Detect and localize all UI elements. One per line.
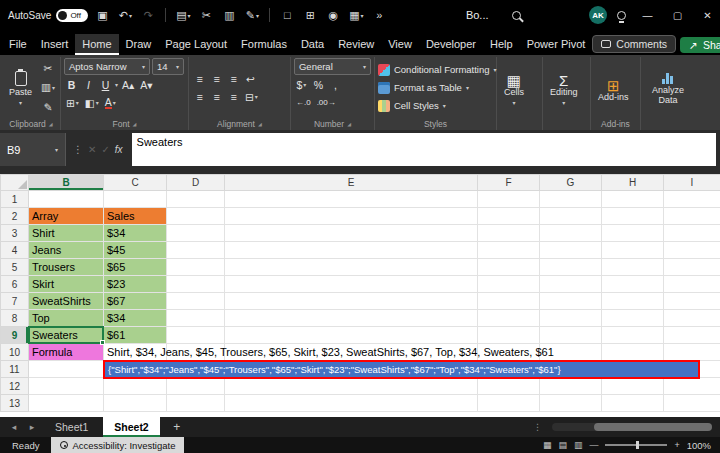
- cell[interactable]: [664, 208, 720, 225]
- cell[interactable]: [602, 208, 664, 225]
- cut-button[interactable]: ✂: [39, 59, 57, 76]
- percent-style-button[interactable]: %: [311, 76, 326, 93]
- sheet-nav-left-button[interactable]: ◂: [6, 422, 22, 432]
- camera-quick-button[interactable]: ◉: [324, 4, 342, 26]
- cell[interactable]: [478, 208, 540, 225]
- column-header-g[interactable]: G: [540, 175, 602, 191]
- cell[interactable]: [664, 225, 720, 242]
- cell[interactable]: [540, 259, 602, 276]
- cell[interactable]: [167, 293, 225, 310]
- cell[interactable]: [602, 310, 664, 327]
- cell-sales-header[interactable]: Sales: [104, 208, 167, 225]
- copy-quick-button[interactable]: ▥: [220, 4, 238, 26]
- bold-button[interactable]: B: [64, 76, 79, 93]
- cell-item-sales[interactable]: $23: [104, 276, 167, 293]
- normal-view-button[interactable]: ▦: [543, 440, 552, 450]
- enter-button[interactable]: ✓: [101, 144, 109, 155]
- formula-input[interactable]: Sweaters: [132, 133, 716, 166]
- formula-bar-drag-handle[interactable]: ⋮: [73, 144, 83, 155]
- row-header[interactable]: 2: [1, 208, 29, 225]
- cell[interactable]: [478, 378, 540, 395]
- cell[interactable]: [167, 242, 225, 259]
- cell[interactable]: [478, 293, 540, 310]
- cell[interactable]: [664, 344, 720, 361]
- cell[interactable]: [29, 378, 104, 395]
- cell[interactable]: [664, 395, 720, 412]
- cell[interactable]: [225, 378, 478, 395]
- increase-font-button[interactable]: A▴: [120, 76, 136, 93]
- cell-item-sales[interactable]: $45: [104, 242, 167, 259]
- cell[interactable]: [540, 276, 602, 293]
- cell[interactable]: [225, 293, 478, 310]
- tab-help[interactable]: Help: [483, 34, 520, 55]
- wrap-text-button[interactable]: ↩: [243, 70, 258, 87]
- grid-quick-button[interactable]: ⊞: [301, 4, 319, 26]
- tab-file[interactable]: File: [2, 34, 34, 55]
- cell[interactable]: [104, 395, 167, 412]
- cell[interactable]: [664, 378, 720, 395]
- align-left-button[interactable]: ≡: [192, 88, 207, 105]
- cell[interactable]: [478, 395, 540, 412]
- cells-button[interactable]: ▦ Cells ▾: [500, 58, 528, 117]
- cell-item-sales[interactable]: $61: [104, 327, 167, 344]
- more-commands-button[interactable]: »: [370, 4, 388, 26]
- increase-decimal-button[interactable]: ←.0: [294, 94, 313, 111]
- cell[interactable]: [478, 310, 540, 327]
- cell[interactable]: [602, 395, 664, 412]
- column-header-d[interactable]: D: [167, 175, 225, 191]
- tab-sheet1[interactable]: Sheet1: [44, 417, 99, 437]
- number-format-select[interactable]: General▾: [294, 58, 371, 75]
- cell[interactable]: [664, 259, 720, 276]
- cell[interactable]: [602, 378, 664, 395]
- dialog-launcher-icon[interactable]: ◢: [49, 121, 53, 127]
- zoom-in-button[interactable]: +: [674, 440, 679, 450]
- conditional-formatting-button[interactable]: Conditional Formatting ▾: [378, 61, 493, 79]
- zoom-out-button[interactable]: —: [589, 440, 598, 450]
- cell[interactable]: [540, 293, 602, 310]
- cell[interactable]: [29, 191, 104, 208]
- horizontal-scrollbar[interactable]: [552, 423, 712, 431]
- cell[interactable]: [29, 361, 104, 378]
- dialog-launcher-icon[interactable]: ◢: [347, 121, 351, 127]
- cell[interactable]: [540, 242, 602, 259]
- cell-item-name[interactable]: Jeans: [29, 242, 104, 259]
- align-center-button[interactable]: ≡: [209, 88, 224, 105]
- add-sheet-button[interactable]: +: [168, 419, 186, 435]
- cell[interactable]: [602, 191, 664, 208]
- cell-array-header[interactable]: Array: [29, 208, 104, 225]
- cell[interactable]: [540, 191, 602, 208]
- tab-data[interactable]: Data: [294, 34, 331, 55]
- cell[interactable]: [167, 259, 225, 276]
- column-header-h[interactable]: H: [602, 175, 664, 191]
- cell[interactable]: [540, 225, 602, 242]
- merge-center-button[interactable]: ⊟▾: [243, 88, 260, 105]
- maximize-button[interactable]: ▢: [665, 0, 690, 30]
- cell[interactable]: [167, 327, 225, 344]
- save-button[interactable]: ▣: [93, 4, 111, 26]
- tab-page-layout[interactable]: Page Layout: [158, 34, 234, 55]
- align-middle-button[interactable]: ≡: [209, 70, 224, 87]
- paste-button[interactable]: Paste ▾: [5, 58, 36, 117]
- column-header-i[interactable]: I: [664, 175, 720, 191]
- cut-quick-button[interactable]: ✂: [197, 4, 215, 26]
- zoom-slider-thumb[interactable]: [636, 441, 639, 449]
- cell-item-name[interactable]: Top: [29, 310, 104, 327]
- align-bottom-button[interactable]: ≡: [226, 70, 241, 87]
- cell[interactable]: [540, 395, 602, 412]
- avatar[interactable]: AK: [589, 6, 607, 24]
- cell-item-sales[interactable]: $65: [104, 259, 167, 276]
- tab-insert[interactable]: Insert: [34, 34, 76, 55]
- cancel-button[interactable]: ✕: [88, 144, 96, 155]
- cell[interactable]: [664, 310, 720, 327]
- cell[interactable]: [225, 208, 478, 225]
- cell[interactable]: [167, 225, 225, 242]
- page-layout-view-button[interactable]: ▤: [558, 440, 567, 450]
- paste-quick-button[interactable]: ▤▾: [174, 4, 192, 26]
- cell[interactable]: [478, 276, 540, 293]
- cell[interactable]: [167, 395, 225, 412]
- underline-button[interactable]: U: [98, 76, 113, 93]
- close-button[interactable]: ✕: [695, 0, 720, 30]
- new-file-button[interactable]: □: [278, 4, 296, 26]
- cell[interactable]: [104, 191, 167, 208]
- insert-function-button[interactable]: fx: [115, 144, 123, 155]
